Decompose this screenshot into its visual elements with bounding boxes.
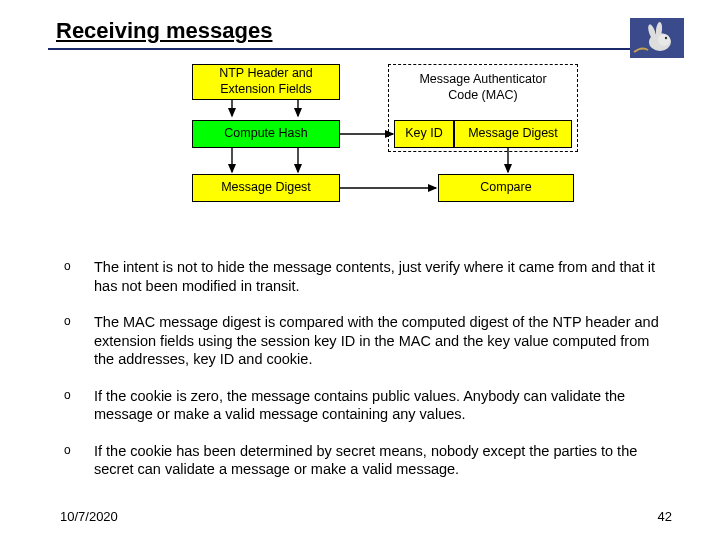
box-compare: Compare xyxy=(438,174,574,202)
footer-date: 10/7/2020 xyxy=(60,509,118,524)
list-item: If the cookie has been determined by sec… xyxy=(60,442,666,479)
bullet-list: The intent is not to hide the message co… xyxy=(60,258,666,497)
box-ntp-header: NTP Header and Extension Fields xyxy=(192,64,340,100)
mac-label: Message Authenticator Code (MAC) xyxy=(394,72,572,103)
box-message-digest-left: Message Digest xyxy=(192,174,340,202)
box-message-digest-right: Message Digest xyxy=(454,120,572,148)
list-item: If the cookie is zero, the message conta… xyxy=(60,387,666,424)
page-title: Receiving messages xyxy=(48,18,276,48)
rabbit-logo xyxy=(630,18,684,58)
svg-point-4 xyxy=(658,34,670,46)
list-item: The MAC message digest is compared with … xyxy=(60,313,666,369)
svg-point-5 xyxy=(665,37,667,39)
flow-diagram: NTP Header and Extension Fields Compute … xyxy=(0,58,720,258)
box-key-id: Key ID xyxy=(394,120,454,148)
box-compute-hash: Compute Hash xyxy=(192,120,340,148)
list-item: The intent is not to hide the message co… xyxy=(60,258,666,295)
footer-page-number: 42 xyxy=(658,509,672,524)
